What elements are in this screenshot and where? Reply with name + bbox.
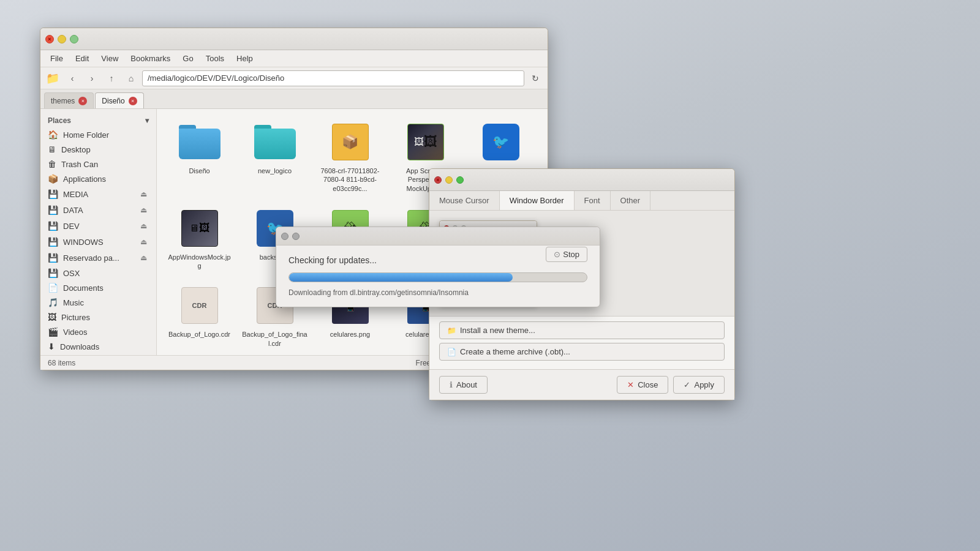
sidebar-item-trash[interactable]: 🗑 Trash Can — [40, 157, 156, 171]
install-theme-button[interactable]: Install a new theme... — [439, 321, 725, 339]
sidebar-item-label: Documents — [63, 283, 104, 293]
file-item-new-logico[interactable]: new_logico — [239, 116, 310, 198]
update-dialog: Checking for updates... Stop Downloading… — [276, 227, 600, 307]
eject-button[interactable]: ⏏ — [138, 236, 149, 247]
tab-font[interactable]: Font — [575, 191, 611, 210]
dialog-body: Checking for updates... Stop Downloading… — [276, 246, 600, 307]
menu-bookmarks[interactable]: Bookmarks — [126, 53, 175, 64]
reload-button[interactable]: ↻ — [527, 70, 544, 87]
sidebar-item-label: Downloads — [60, 342, 99, 351]
dialog-titlebar — [276, 227, 600, 246]
tab-diseno[interactable]: Diseño × — [95, 92, 143, 108]
theme-min-button[interactable] — [445, 176, 453, 184]
close-button[interactable] — [45, 35, 54, 43]
sidebar-item-applications[interactable]: 📦 Applications — [40, 171, 156, 186]
home-icon: 🏠 — [48, 130, 58, 140]
downloads-icon: ⬇ — [48, 342, 55, 351]
new-folder-button[interactable]: 📁 — [44, 70, 61, 87]
theme-titlebar — [429, 169, 734, 191]
pictures-icon: 🖼 — [48, 312, 56, 322]
desktop-icon: 🖥 — [48, 144, 56, 154]
theme-close-button[interactable] — [434, 176, 442, 184]
menu-tools[interactable]: Tools — [201, 53, 229, 64]
toolbar: 📁 ‹ › ↑ ⌂ ↻ — [40, 67, 548, 89]
sidebar-item-dev[interactable]: 💾 DEV ⏏ — [40, 218, 156, 234]
videos-icon: 🎬 — [48, 327, 58, 337]
sidebar-item-pictures[interactable]: 🖼 Pictures — [40, 310, 156, 324]
menu-file[interactable]: File — [45, 53, 68, 64]
menu-edit[interactable]: Edit — [70, 53, 94, 64]
tab-mouse-cursor[interactable]: Mouse Cursor — [429, 191, 500, 210]
jpg-icon: 🖥 — [178, 208, 222, 249]
menu-go[interactable]: Go — [178, 53, 198, 64]
forward-button[interactable]: › — [83, 70, 100, 87]
trash-icon: 🗑 — [48, 159, 56, 169]
sidebar-item-media[interactable]: 💾 MEDIA ⏏ — [40, 186, 156, 202]
theme-buttons-area: Install a new theme... Create a theme ar… — [429, 316, 734, 369]
minimize-button[interactable] — [58, 35, 66, 43]
file-name: Backup_of_Logo.cdr — [168, 330, 230, 339]
eject-button[interactable]: ⏏ — [138, 252, 149, 263]
close-button[interactable]: Close — [617, 376, 668, 394]
maximize-button[interactable] — [70, 35, 78, 43]
drive-icon: 💾 — [48, 189, 58, 199]
home-button[interactable]: ⌂ — [123, 70, 140, 87]
dialog-close-button[interactable] — [281, 233, 288, 240]
menu-help[interactable]: Help — [232, 53, 258, 64]
sidebar-item-label: MEDIA — [63, 190, 88, 199]
item-count: 68 items — [48, 359, 75, 367]
sidebar-item-music[interactable]: 🎵 Music — [40, 295, 156, 310]
sidebar-item-label: Desktop — [61, 145, 91, 154]
cdr-icon: CDR — [178, 285, 222, 326]
sidebar-item-label: Trash Can — [61, 160, 98, 169]
file-name: celulares.png — [330, 330, 370, 339]
drive-icon: 💾 — [48, 253, 58, 263]
folder-icon — [253, 121, 297, 163]
eject-button[interactable]: ⏏ — [138, 189, 149, 200]
about-button[interactable]: About — [439, 376, 488, 394]
sidebar-item-label: DEV — [63, 222, 80, 231]
menu-view[interactable]: View — [96, 53, 123, 64]
file-item-appwindows-jpg[interactable]: 🖥 AppWindowsMock.jpg — [164, 203, 235, 276]
progress-bar — [288, 272, 587, 282]
tab-other[interactable]: Other — [611, 191, 651, 210]
archive-icon — [328, 121, 372, 163]
tab-themes[interactable]: themes × — [44, 92, 94, 108]
theme-max-button[interactable] — [456, 176, 464, 184]
sidebar-item-label: WINDOWS — [63, 238, 104, 247]
sidebar-item-documents[interactable]: 📄 Documents — [40, 280, 156, 295]
stop-button[interactable]: Stop — [546, 247, 587, 262]
menubar: File Edit View Bookmarks Go Tools Help — [40, 50, 548, 67]
sidebar-item-downloads[interactable]: ⬇ Downloads — [40, 339, 156, 354]
sidebar-section-places[interactable]: Places ▾ — [40, 114, 156, 127]
back-button[interactable]: ‹ — [64, 70, 81, 87]
sidebar-item-windows[interactable]: 💾 WINDOWS ⏏ — [40, 234, 156, 250]
tab-window-border[interactable]: Window Border — [500, 191, 575, 210]
file-name: Diseño — [189, 167, 209, 175]
eject-button[interactable]: ⏏ — [138, 204, 149, 216]
theme-footer: About Close Apply — [429, 369, 734, 400]
sidebar-item-reservado[interactable]: 💾 Reservado pa... ⏏ — [40, 250, 156, 266]
address-bar[interactable] — [142, 70, 524, 86]
file-item-diseno[interactable]: Diseño — [164, 116, 235, 198]
file-item-backup-cdr[interactable]: CDR Backup_of_Logo.cdr — [164, 280, 235, 353]
sidebar-item-home[interactable]: 🏠 Home Folder — [40, 127, 156, 142]
sidebar-section-label: Places — [48, 116, 71, 125]
eject-button[interactable]: ⏏ — [138, 220, 149, 231]
file-item-archive[interactable]: 7608-crl-77011802-7080-4 811-b9cd-e03cc9… — [315, 116, 385, 198]
sidebar-item-osx[interactable]: 💾 OSX — [40, 266, 156, 280]
sidebar-item-data[interactable]: 💾 DATA ⏏ — [40, 202, 156, 218]
sidebar-item-desktop[interactable]: 🖥 Desktop — [40, 142, 156, 157]
update-status-text: Checking for updates... — [288, 255, 587, 265]
create-archive-button[interactable]: Create a theme archive (.obt)... — [439, 343, 725, 361]
up-button[interactable]: ↑ — [103, 70, 120, 87]
dialog-min-button[interactable] — [292, 233, 300, 240]
apply-button[interactable]: Apply — [673, 376, 725, 394]
sidebar-item-label: Pictures — [61, 313, 90, 322]
sidebar-item-videos[interactable]: 🎬 Videos — [40, 324, 156, 339]
theme-tab-bar: Mouse Cursor Window Border Font Other — [429, 191, 734, 211]
tab-close-diseno[interactable]: × — [129, 97, 137, 105]
drive-icon: 💾 — [48, 221, 58, 231]
progress-bar-fill — [289, 273, 513, 282]
tab-close-themes[interactable]: × — [78, 97, 87, 105]
